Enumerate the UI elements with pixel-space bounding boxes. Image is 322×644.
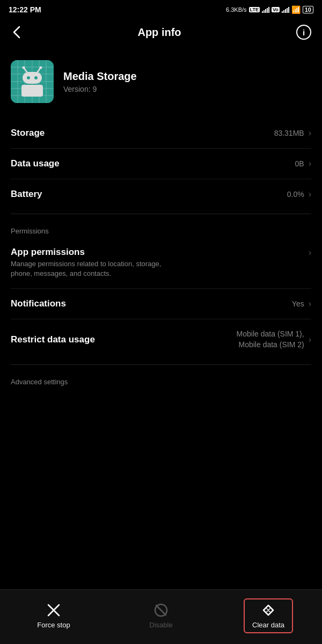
storage-title: Storage [11, 128, 274, 138]
svg-rect-14 [23, 72, 42, 84]
notifications-item[interactable]: Notifications Yes › [11, 289, 311, 319]
wifi-icon: 📶 [291, 5, 301, 14]
app-permissions-desc: Manage permissions related to location, … [11, 259, 182, 279]
force-stop-label: Force stop [37, 621, 70, 629]
chevron-icon: › [309, 248, 311, 258]
top-navigation: App info i [0, 19, 322, 49]
speed-indicator: 6.3KB/s [226, 6, 247, 13]
notifications-title: Notifications [11, 298, 292, 309]
signal-icon-1 [262, 6, 269, 13]
app-icon [11, 60, 54, 103]
clear-data-icon [261, 603, 276, 618]
divider-1 [11, 214, 311, 214]
chevron-icon: › [309, 299, 311, 309]
app-permissions-chevron: › [306, 247, 311, 258]
clear-data-highlight: Clear data [244, 598, 293, 633]
app-permissions-item[interactable]: App permissions Manage permissions relat… [11, 237, 311, 289]
chevron-icon: › [309, 334, 311, 346]
storage-item[interactable]: Storage 83.31MB › [11, 118, 311, 149]
battery-value: 0.0% › [287, 189, 311, 199]
svg-line-10 [24, 68, 27, 72]
settings-list-main: Storage 83.31MB › Data usage 0B › Batter… [0, 118, 322, 209]
back-button[interactable] [11, 24, 23, 41]
restrict-data-item[interactable]: Restrict data usage Mobile data (SIM 1),… [11, 319, 311, 360]
status-time: 12:22 PM [9, 5, 41, 14]
battery-icon: 10 [303, 6, 313, 13]
force-stop-icon [46, 603, 61, 618]
permissions-section-label: Permissions [0, 218, 322, 237]
status-icons: 6.3KB/s LTE Vo 📶 10 [226, 5, 313, 14]
chevron-icon: › [309, 189, 311, 199]
app-version: Version: 9 [63, 85, 311, 93]
svg-line-12 [38, 68, 40, 72]
svg-point-11 [23, 67, 25, 69]
app-info: Media Storage Version: 9 [63, 70, 311, 93]
advanced-section-label: Advanced settings [0, 369, 322, 388]
svg-point-15 [27, 76, 30, 79]
battery-title: Battery [11, 189, 287, 200]
info-icon: i [303, 28, 305, 37]
app-header: Media Storage Version: 9 [0, 49, 322, 118]
bottom-action-bar: Force stop Disable Clear data [0, 589, 322, 644]
disable-label: Disable [149, 621, 172, 629]
divider-2 [11, 364, 311, 365]
signal-icon-2 [282, 6, 289, 13]
svg-line-21 [156, 605, 166, 615]
restrict-data-title: Restrict data usage [11, 334, 215, 345]
page-title: App info [137, 26, 181, 39]
data-usage-title: Data usage [11, 158, 295, 169]
chevron-icon: › [309, 128, 311, 138]
chevron-icon: › [309, 159, 311, 169]
svg-rect-17 [21, 85, 43, 97]
storage-value: 83.31MB › [274, 128, 311, 138]
disable-icon [153, 603, 169, 618]
force-stop-button[interactable]: Force stop [21, 603, 86, 629]
disable-button[interactable]: Disable [129, 603, 193, 629]
info-button[interactable]: i [296, 25, 311, 40]
data-usage-value: 0B › [295, 159, 311, 169]
svg-point-16 [34, 76, 38, 79]
lte-icon: LTE [249, 7, 260, 12]
status-bar: 12:22 PM 6.3KB/s LTE Vo 📶 10 [0, 0, 322, 19]
volte-icon: Vo [272, 7, 280, 12]
clear-data-button[interactable]: Clear data [236, 598, 301, 633]
notifications-value: Yes › [292, 299, 311, 309]
clear-data-label: Clear data [252, 621, 284, 629]
permissions-list: App permissions Manage permissions relat… [0, 237, 322, 360]
battery-item[interactable]: Battery 0.0% › [11, 179, 311, 209]
svg-point-13 [40, 67, 42, 69]
data-usage-item[interactable]: Data usage 0B › [11, 149, 311, 179]
restrict-data-value: Mobile data (SIM 1), Mobile data (SIM 2)… [215, 329, 311, 350]
app-name: Media Storage [63, 70, 311, 83]
app-permissions-title: App permissions [11, 247, 306, 258]
